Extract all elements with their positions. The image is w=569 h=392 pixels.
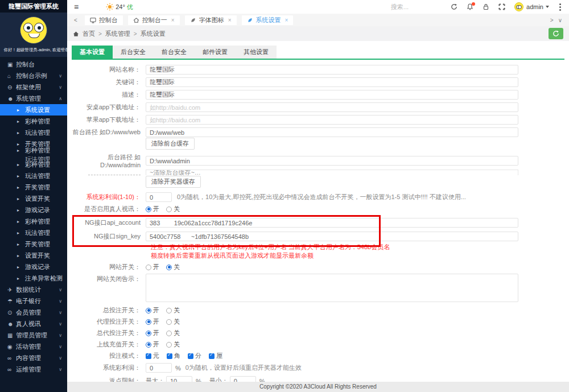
sys-profit-input[interactable]	[146, 192, 172, 202]
radio-recharge-on[interactable]	[146, 342, 151, 348]
notification-badge	[472, 2, 475, 6]
sidebar-subitem[interactable]: 游戏记录	[0, 204, 67, 216]
sidebar-item-ebank[interactable]: 电子银行	[0, 295, 67, 307]
radio-agentbet-off[interactable]	[166, 319, 172, 325]
tabs-scroll-left-icon[interactable]	[72, 17, 80, 23]
radio-superagent-on[interactable]	[146, 331, 151, 336]
ng-api-account-input[interactable]	[146, 218, 518, 228]
breadcrumb-item[interactable]: 系统管理	[105, 30, 130, 38]
sidebar-subitem[interactable]: 玩法管理	[0, 227, 67, 238]
notifications-icon[interactable]	[467, 3, 473, 10]
sidebar-item-ops[interactable]: 运维管理	[0, 364, 67, 375]
tabs-menu-icon[interactable]	[556, 17, 564, 23]
glitch-input[interactable]: ~清除后台缓存~…	[146, 170, 518, 175]
radio-totalbet-off[interactable]	[166, 308, 172, 313]
home-icon	[133, 17, 139, 23]
sidebar-subitem[interactable]: 开奖管理	[0, 181, 67, 193]
sidebar-item-system-mgmt[interactable]: 系统管理	[0, 93, 67, 104]
rebate-max-input[interactable]	[166, 376, 192, 382]
tab-system-settings[interactable]: 系统设置	[242, 15, 294, 25]
android-app-url-input[interactable]	[146, 102, 518, 112]
sidebar-item-live-video[interactable]: 真人视讯	[0, 318, 67, 329]
sidebar-subitem[interactable]: 彩种管理	[0, 216, 67, 227]
close-icon[interactable]	[171, 17, 175, 23]
sidebar-subitem[interactable]: 玩法管理	[0, 127, 67, 138]
tab-backend-security[interactable]: 后台安全	[113, 46, 154, 59]
tab-console-one[interactable]: 控制台一	[128, 15, 180, 25]
sidebar-subitem[interactable]: 开奖管理	[0, 238, 67, 250]
sidebar-item-console-demo[interactable]: 控制台示例	[0, 70, 67, 81]
arrow-icon	[17, 276, 25, 281]
leaf-icon	[247, 17, 253, 23]
breadcrumb-home[interactable]: 首页	[83, 30, 95, 38]
close-notice-textarea[interactable]	[146, 274, 518, 302]
clear-front-cache-button[interactable]: 清除前台缓存	[146, 138, 195, 150]
checkbox-fen[interactable]	[188, 353, 193, 359]
sys-profit2-input[interactable]	[146, 363, 172, 373]
field-label: 网站开关：	[72, 263, 146, 271]
chevron-down-icon	[59, 85, 62, 90]
ios-app-url-input[interactable]	[146, 115, 518, 125]
menu-toggle-icon[interactable]	[74, 2, 79, 11]
sidebar-item-members[interactable]: 会员管理	[0, 307, 67, 318]
site-name-input[interactable]	[146, 65, 518, 75]
tab-font-icons[interactable]: 字体图标	[185, 15, 237, 25]
sidebar-subitem[interactable]: 彩种管理 玩法管理	[0, 159, 67, 170]
more-icon[interactable]	[559, 6, 561, 8]
tab-frontend-security[interactable]: 前台安全	[154, 46, 195, 59]
tab-console[interactable]: 控制台	[85, 15, 123, 25]
tab-mail-settings[interactable]: 邮件设置	[195, 46, 236, 59]
sidebar-subitem[interactable]: 游戏记录	[0, 261, 67, 273]
checkbox-yuan[interactable]	[146, 353, 151, 359]
close-icon[interactable]	[228, 17, 232, 23]
radio-site-off[interactable]	[166, 265, 172, 270]
field-label: 网站名称：	[72, 65, 146, 74]
sidebar-subitem[interactable]: 设置开奖	[0, 250, 67, 261]
refresh-page-button[interactable]	[549, 28, 563, 39]
sidebar-subitem[interactable]: 彩种管理	[0, 115, 67, 127]
description-input[interactable]	[146, 90, 518, 100]
sidebar-subitem[interactable]: 设置开奖	[0, 193, 67, 204]
radio-live-off[interactable]	[166, 207, 172, 212]
fullscreen-icon[interactable]	[498, 3, 505, 10]
sidebar-subitem[interactable]: 玩法管理	[0, 170, 67, 181]
radio-totalbet-on[interactable]	[146, 308, 151, 313]
sidebar-item-console[interactable]: 控制台	[0, 59, 67, 70]
tab-basic-settings[interactable]: 基本设置	[72, 46, 113, 59]
sidebar-item-stats[interactable]: 数据统计	[0, 284, 67, 295]
avatar	[20, 16, 47, 44]
search-input[interactable]: 搜索...	[391, 3, 409, 11]
user-menu[interactable]: admin	[526, 3, 549, 10]
rebate-min-input[interactable]	[230, 376, 256, 382]
clear-lottery-cache-button[interactable]: 清除开奖器缓存	[146, 176, 201, 188]
checkbox-jiao[interactable]	[167, 353, 172, 359]
sidebar-item-framework[interactable]: 框架使用	[0, 81, 67, 93]
refresh-icon	[552, 30, 559, 37]
radio-superagent-off[interactable]	[166, 331, 172, 336]
sidebar-item-activity[interactable]: 活动管理	[0, 341, 67, 352]
app-title: 龍璽国际管理系统	[0, 0, 67, 13]
front-path-input[interactable]	[146, 127, 518, 137]
sidebar-item-content[interactable]: 内容管理	[0, 352, 67, 364]
arrow-icon	[17, 196, 25, 201]
radio-live-on[interactable]	[146, 207, 151, 212]
sidebar-subitem-order-anomaly[interactable]: 注单异常检测	[0, 273, 67, 284]
sidebar-item-admins[interactable]: 管理员管理	[0, 329, 67, 341]
avatar[interactable]	[514, 2, 523, 11]
tab-other-settings[interactable]: 其他设置	[236, 46, 277, 59]
keywords-input[interactable]	[146, 77, 518, 87]
breadcrumb-item[interactable]: 系统设置	[141, 30, 166, 38]
arrow-icon	[17, 265, 25, 270]
sidebar-subitem[interactable]: 彩种管理	[0, 145, 67, 156]
sidebar-subitem-system-settings[interactable]: 系统设置	[0, 104, 67, 115]
radio-recharge-off[interactable]	[166, 342, 172, 348]
ng-sign-key-input[interactable]	[146, 232, 518, 241]
admin-path-input[interactable]	[146, 156, 518, 166]
refresh-icon[interactable]	[451, 3, 457, 10]
lock-icon[interactable]	[483, 3, 489, 10]
radio-site-on[interactable]	[146, 265, 151, 270]
radio-agentbet-on[interactable]	[146, 319, 151, 325]
checkbox-li[interactable]	[209, 353, 215, 359]
close-icon[interactable]	[285, 17, 288, 23]
tabs-scroll-right-icon[interactable]	[548, 17, 556, 23]
